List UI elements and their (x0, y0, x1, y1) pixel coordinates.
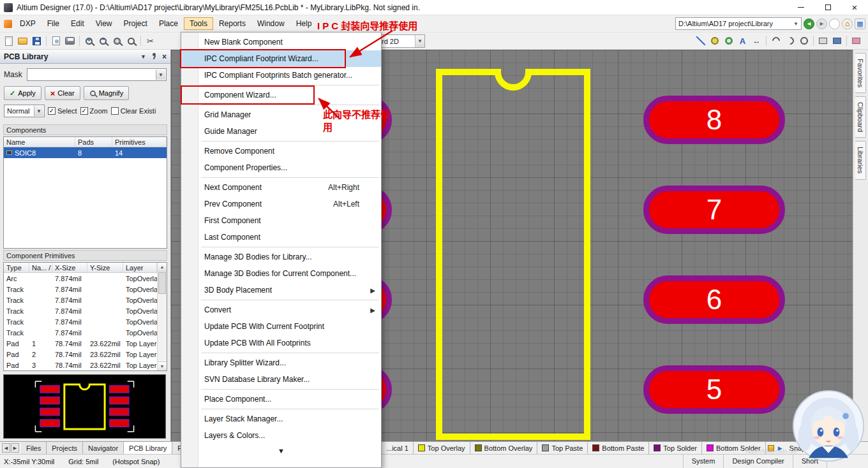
primitive-row[interactable]: Arc7.874milTopOverla (4, 273, 157, 284)
menu-item-library-splitter-wizard[interactable]: Library Splitter Wizard... (181, 355, 381, 371)
menu-item-layer-stack-manager[interactable]: Layer Stack Manager... (181, 411, 381, 427)
dock-tab-clipboard[interactable]: Clipboard (855, 96, 866, 138)
checkbox-clear-existi[interactable]: Clear Existi (111, 107, 156, 115)
status-button-system[interactable]: System (683, 454, 724, 468)
views-icon[interactable]: ▦ (855, 18, 865, 29)
menu-item-ipc-compliant-footprints-batch-generator[interactable]: IPC Compliant Footprints Batch generator… (181, 67, 381, 84)
filled-rectangle-button[interactable] (830, 34, 844, 48)
scroll-down-icon[interactable]: ▼ (158, 362, 167, 370)
menu-item-update-pcb-with-current-footprint[interactable]: Update PCB With Current Footprint (181, 318, 381, 335)
primitive-row[interactable]: Track7.874milTopOverla (4, 327, 157, 338)
menu-help[interactable]: Help (290, 17, 318, 30)
menu-item-svn-database-library-maker[interactable]: SVN Database Library Maker... (181, 371, 381, 388)
column-header-layer[interactable]: Layer (123, 263, 157, 272)
place-line-button[interactable] (694, 34, 707, 48)
scrollbar-thumb[interactable] (158, 272, 166, 294)
menu-item-new-blank-component[interactable]: New Blank Component (181, 34, 381, 50)
place-string-button[interactable]: A (736, 34, 749, 48)
menu-place[interactable]: Place (153, 17, 184, 30)
dock-tab-favorites[interactable]: Favorites (855, 53, 866, 93)
dock-tab-libraries[interactable]: Libraries (855, 141, 866, 179)
pad-5[interactable]: 5 (643, 365, 785, 414)
maximize-button[interactable] (814, 0, 841, 15)
panel-menu-icon[interactable]: ▼ (140, 54, 146, 60)
panel-tab-files[interactable]: Files (21, 442, 47, 454)
status-button-design-compiler[interactable]: Design Compiler (723, 454, 792, 468)
menu-item-prev-component[interactable]: Prev ComponentAlt+Left (181, 196, 381, 212)
column-header-name[interactable]: Name (4, 137, 75, 147)
menu-view[interactable]: View (90, 17, 118, 30)
magnify-button[interactable]: Magnify (84, 86, 130, 100)
zoom-document-button[interactable] (124, 34, 138, 48)
checkbox-select[interactable]: ✓Select (48, 107, 77, 115)
library-path-combo[interactable]: D:\Altium\AD17 project\Library ▼ (675, 17, 802, 30)
tabs-scroll-left-icon[interactable]: ◀ (2, 443, 10, 453)
refresh-icon[interactable] (829, 18, 840, 29)
menu-tools[interactable]: Tools (184, 17, 213, 30)
primitive-row[interactable]: Track7.874milTopOverla (4, 316, 157, 327)
primitive-row[interactable]: Pad378.74mil23.622milTop Layer (4, 360, 157, 370)
print-button[interactable] (63, 34, 77, 48)
zoom-out-button[interactable] (96, 34, 110, 48)
zoom-in-button[interactable] (82, 34, 96, 48)
arc-edge-button[interactable] (769, 34, 782, 48)
menu-item-next-component[interactable]: Next ComponentAlt+Right (181, 179, 381, 196)
layer-tab-mechanical-1[interactable]: ...ical 1 (382, 442, 414, 454)
place-dimension-button[interactable]: ↔ (750, 34, 763, 48)
panel-tab-pcb-library[interactable]: PCB Library (124, 442, 172, 454)
panel-close-icon[interactable]: × (162, 52, 167, 61)
panel-tab-projects[interactable]: Projects (47, 442, 83, 454)
menu-project[interactable]: Project (118, 17, 153, 30)
zoom-region-button[interactable] (110, 34, 124, 48)
menu-item-remove-component[interactable]: Remove Component (181, 143, 381, 159)
layer-tab-top-paste[interactable]: Top Paste (537, 442, 588, 454)
primitive-row[interactable]: Pad178.74mil23.622milTop Layer (4, 338, 157, 349)
apply-button[interactable]: ✓Apply (4, 86, 41, 100)
forward-icon[interactable]: ► (816, 18, 827, 29)
pad-7[interactable]: 7 (643, 186, 785, 234)
component-row-soic8[interactable]: SOIC8814 (4, 147, 167, 158)
full-circle-button[interactable] (797, 34, 811, 48)
scroll-up-icon[interactable]: ▲ (158, 263, 167, 272)
open-document-button[interactable] (16, 34, 29, 48)
menu-item-place-component[interactable]: Place Component... (181, 391, 381, 407)
primitive-row[interactable]: Track7.874milTopOverla (4, 295, 157, 305)
column-header-pads[interactable]: Pads (75, 137, 112, 147)
menu-item-manage-3d-bodies-for-current-component[interactable]: Manage 3D Bodies for Current Component..… (181, 265, 381, 282)
arc-center-button[interactable] (783, 34, 797, 48)
column-header-na[interactable]: Na... / (29, 263, 52, 272)
primitive-row[interactable]: Track7.874milTopOverla (4, 305, 157, 316)
menu-dxp[interactable]: DXP (14, 17, 41, 30)
view-mode-combo[interactable]: rd 2D ▼ (378, 34, 425, 48)
menu-item-component-wizard[interactable]: Component Wizard... (181, 87, 381, 103)
print-preview-button[interactable] (49, 34, 63, 48)
mask-combo[interactable]: ▼ (27, 68, 167, 81)
minimize-button[interactable] (788, 0, 814, 15)
column-header-primitives[interactable]: Primitives (112, 137, 167, 147)
primitive-row[interactable]: Track7.874milTopOverla (4, 284, 157, 295)
menu-item-convert[interactable]: Convert▶ (181, 302, 381, 318)
menu-item-3d-body-placement[interactable]: 3D Body Placement▶ (181, 282, 381, 298)
menu-expand-icon[interactable]: ▼ (181, 447, 381, 455)
layer-tab-top-solder[interactable]: Top Solder (649, 442, 702, 454)
scrollbar[interactable]: ▲ ▼ (157, 263, 167, 370)
menu-item-layers-colors[interactable]: Layers & Colors... (181, 427, 381, 444)
column-header-y-size[interactable]: Y-Size (87, 263, 123, 272)
mode-combo[interactable]: Normal ▼ (4, 105, 45, 117)
pad-8[interactable]: 8 (643, 96, 785, 144)
primitive-row[interactable]: Pad278.74mil23.622milTop Layer (4, 349, 157, 360)
menu-item-last-component[interactable]: Last Component (181, 229, 381, 245)
back-icon[interactable]: ◄ (804, 18, 814, 29)
layer-tab-bottom-overlay[interactable]: Bottom Overlay (470, 442, 538, 454)
menu-reports[interactable]: Reports (213, 17, 251, 30)
close-button[interactable]: × (841, 0, 868, 15)
home-icon[interactable]: ⌂ (842, 18, 853, 29)
menu-window[interactable]: Window (251, 17, 290, 30)
column-header-type[interactable]: Type (4, 263, 29, 272)
place-via-button[interactable] (722, 34, 735, 48)
layer-tab-top-overlay[interactable]: Top Overlay (414, 442, 470, 454)
layer-tab-bottom-paste[interactable]: Bottom Paste (588, 442, 649, 454)
menu-item-component-properties[interactable]: Component Properties... (181, 159, 381, 176)
menu-edit[interactable]: Edit (65, 17, 90, 30)
checkbox-zoom[interactable]: ✓Zoom (80, 107, 108, 115)
